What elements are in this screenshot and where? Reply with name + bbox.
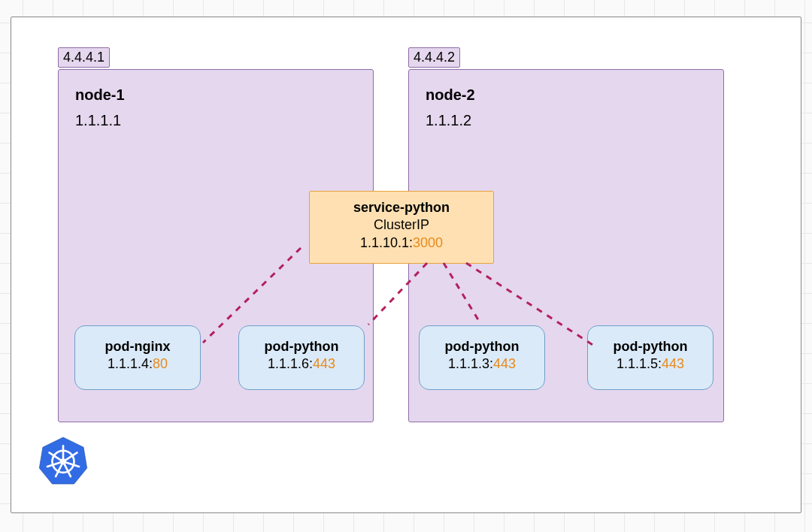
pod-python-3-ip: 1.1.1.5	[617, 356, 658, 371]
node-1-title: node-1	[75, 86, 125, 104]
pod-python-3-endpoint: 1.1.1.5:443	[588, 355, 713, 373]
pod-python-2-endpoint: 1.1.1.3:443	[420, 355, 544, 373]
pod-nginx-name: pod-nginx	[75, 338, 200, 355]
node-2-external-ip: 4.4.4.2	[408, 47, 460, 68]
node-1-external-ip: 4.4.4.1	[58, 47, 110, 68]
service-endpoint: 1.1.10.1:3000	[310, 234, 493, 252]
pod-python-1-name: pod-python	[239, 338, 364, 355]
pod-nginx-endpoint: 1.1.1.4:80	[75, 355, 200, 373]
pod-python-1-ip: 1.1.1.6	[268, 356, 309, 371]
pod-python-1-endpoint: 1.1.1.6:443	[239, 355, 364, 373]
service-name: service-python	[310, 199, 493, 216]
pod-python-1-port: 443	[313, 356, 335, 371]
pod-python-1-box: pod-python 1.1.1.6:443	[238, 325, 365, 390]
pod-python-3-name: pod-python	[588, 338, 713, 355]
pod-nginx-ip: 1.1.1.4	[108, 356, 149, 371]
pod-python-2-port: 443	[493, 356, 516, 371]
service-type: ClusterIP	[310, 216, 493, 234]
node-1-ip: 1.1.1.1	[75, 112, 121, 129]
kubernetes-logo-icon	[38, 436, 88, 485]
pod-nginx-box: pod-nginx 1.1.1.4:80	[74, 325, 201, 390]
node-2-ip: 1.1.1.2	[426, 112, 471, 129]
pod-python-2-name: pod-python	[420, 338, 544, 355]
service-port: 3000	[413, 235, 443, 250]
pod-nginx-port: 80	[153, 356, 168, 371]
service-ip: 1.1.10.1	[360, 235, 409, 250]
pod-python-2-box: pod-python 1.1.1.3:443	[419, 325, 545, 390]
pod-python-3-port: 443	[662, 356, 684, 371]
pod-python-3-box: pod-python 1.1.1.5:443	[587, 325, 714, 390]
diagram-panel: node-1 1.1.1.1 4.4.4.1 node-2 1.1.1.2 4.…	[11, 17, 801, 513]
pod-python-2-ip: 1.1.1.3	[448, 356, 489, 371]
node-2-title: node-2	[426, 86, 475, 104]
service-box: service-python ClusterIP 1.1.10.1:3000	[309, 191, 494, 264]
